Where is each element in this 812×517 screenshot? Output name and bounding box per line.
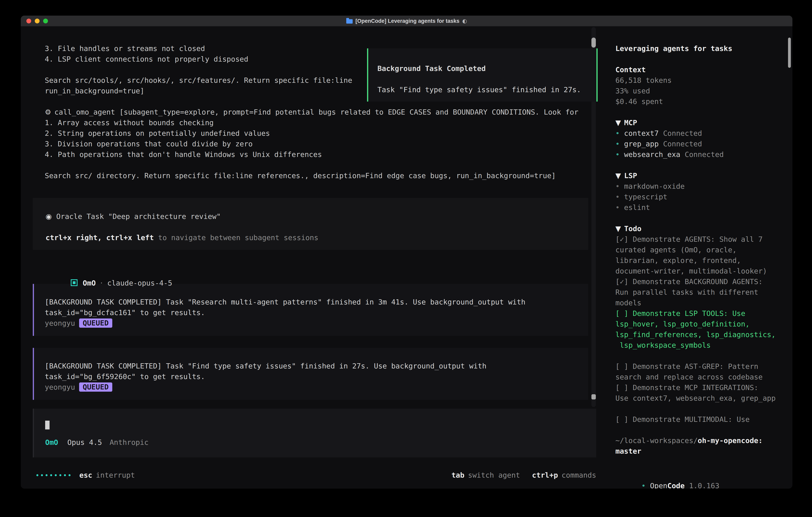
gear-icon: ⚙: [45, 108, 51, 116]
close-button[interactable]: [26, 19, 31, 23]
activity-dot: [68, 474, 70, 476]
input-agent-label: OmO: [45, 438, 58, 446]
todo-line-pending: [ ] Demonstrate MULTIMODAL: Use: [615, 414, 780, 425]
sidebar-scrollbar-thumb[interactable]: [788, 37, 791, 68]
todo-line-active: [ ] Demonstrate LSP TOOLS: Use: [615, 308, 780, 319]
blank-line: [46, 222, 588, 232]
todo-line-done: document-writer, multimodal-looker): [615, 266, 780, 276]
session-title: Leveraging agents for tasks: [615, 43, 780, 54]
todo-line-active: lsp_workspace_symbols: [615, 340, 780, 351]
tab-key-hint: tab: [452, 470, 464, 481]
workspace-path: ~/local-workspaces/oh-my-opencode:: [615, 435, 780, 446]
lsp-name: markdown-oxide: [624, 182, 685, 190]
mcp-status: Connected: [685, 151, 724, 159]
input-provider-label: Anthropic: [110, 438, 148, 446]
collapse-triangle-icon: ▼: [615, 224, 621, 233]
version-footer: •OpenCode1.0.163: [615, 470, 719, 481]
task-message: [BACKGROUND TASK COMPLETED] Task "Find t…: [33, 348, 588, 400]
todo-line-done: [✓] Demonstrate AGENTS: Show all 7: [615, 234, 780, 245]
oracle-task-title-row: ◉Oracle Task "Deep architecture review": [46, 211, 588, 222]
agent-icon: [71, 279, 78, 286]
lsp-heading: LSP: [624, 171, 637, 180]
blank-line: [615, 351, 780, 361]
hint-text: to navigate between subagent sessions: [154, 234, 318, 242]
todo-line-done: models: [615, 298, 780, 308]
lsp-item: •markdown-oxide: [615, 181, 780, 192]
scrollbar-thumb[interactable]: [591, 37, 596, 48]
todo-section-header[interactable]: ▼Todo: [615, 223, 780, 234]
bullet-icon: •: [615, 193, 619, 201]
author-label: yeongyu: [45, 383, 75, 391]
oracle-task-panel: ◉Oracle Task "Deep architecture review" …: [33, 198, 588, 250]
lsp-section-header[interactable]: ▼LSP: [615, 170, 780, 181]
collapse-triangle-icon: ▼: [615, 118, 621, 127]
blank-line: [615, 107, 780, 117]
model-row: OmOOpus 4.5Anthropic: [45, 437, 596, 447]
author-label: yeongyu: [45, 319, 75, 327]
activity-dot: [50, 474, 52, 476]
input-line[interactable]: [45, 420, 596, 430]
window-title: [OpenCode] Leveraging agents for tasks ◐: [346, 16, 467, 26]
lsp-name: eslint: [624, 203, 650, 212]
terminal-line: Search src/ directory. Return specific f…: [45, 170, 594, 181]
message-line: task_id="bg_6f59260c" to get results.: [45, 371, 588, 382]
navigation-hint: ctrl+x right, ctrl+x left to navigate be…: [46, 232, 588, 243]
prompt-input[interactable]: OmOOpus 4.5Anthropic: [33, 409, 596, 457]
bullet-icon: •: [641, 482, 645, 489]
activity-dots: [36, 474, 70, 476]
task-message: [BACKGROUND TASK COMPLETED] Task "Resear…: [33, 284, 588, 336]
bullet-icon: •: [615, 129, 619, 137]
tool-call-text: call_omo_agent [subagent_type=explore, p…: [54, 108, 578, 116]
workspace-prefix: ~/local-workspaces/: [615, 436, 698, 445]
context-tokens: 66,518 tokens: [615, 75, 780, 86]
oracle-icon: ◉: [46, 212, 52, 220]
background-task-toast[interactable]: Background Task Completed Task "Find typ…: [367, 48, 598, 102]
terminal-line: 3. Division operations that could divide…: [45, 139, 594, 149]
message-meta: yeongyuQUEUED: [45, 318, 588, 328]
app-name-code: Code: [667, 482, 685, 489]
zoom-button[interactable]: [43, 19, 48, 23]
input-model-label: Opus 4.5: [67, 438, 102, 446]
lsp-item: •eslint: [615, 202, 780, 213]
queued-badge: QUEUED: [79, 319, 112, 328]
message-meta: yeongyuQUEUED: [45, 382, 588, 392]
mcp-name: websearch_exa: [624, 151, 680, 159]
commands-key-hint: ctrl+p: [532, 470, 558, 481]
bullet-icon: •: [615, 140, 619, 148]
workspace-branch: master: [615, 446, 780, 456]
collapse-triangle-icon: ▼: [615, 171, 621, 180]
agent-name: OmO: [83, 279, 96, 287]
mcp-status: Connected: [663, 140, 702, 148]
commands-key-label: commands: [562, 470, 596, 481]
folder-icon: [346, 19, 353, 24]
activity-dot: [41, 474, 43, 476]
todo-line-done: librarian, explore, frontend,: [615, 255, 780, 266]
mcp-name: context7: [624, 129, 659, 137]
blank-line: [615, 160, 780, 170]
terminal-line: 1. Array access without bounds checking: [45, 117, 594, 128]
activity-dot: [64, 474, 66, 476]
esc-key-label: interrupt: [96, 470, 135, 481]
mcp-heading: MCP: [624, 118, 637, 127]
context-heading: Context: [615, 64, 780, 75]
app-version: 1.0.163: [689, 482, 720, 489]
bullet-icon: •: [615, 151, 619, 159]
blank-line: [615, 425, 780, 435]
context-used: 33% used: [615, 86, 780, 96]
mcp-section-header[interactable]: ▼MCP: [615, 117, 780, 128]
mcp-item: •websearch_exaConnected: [615, 149, 780, 160]
terminal-window: [OpenCode] Leveraging agents for tasks ◐…: [21, 16, 792, 489]
blank-line: [615, 404, 780, 414]
agent-model: claude-opus-4-5: [107, 279, 172, 287]
activity-dot: [59, 474, 61, 476]
mcp-item: •grep_appConnected: [615, 139, 780, 149]
titlebar[interactable]: [OpenCode] Leveraging agents for tasks ◐: [21, 16, 792, 26]
scrollbar-thumb[interactable]: [591, 394, 596, 400]
todo-line-active: lsp_hover, lsp_goto_definition,: [615, 319, 780, 329]
lsp-item: •typescript: [615, 192, 780, 202]
todo-line-pending: Use context7, websearch_exa, grep_app: [615, 393, 780, 404]
esc-key-hint: esc: [79, 470, 92, 481]
minimize-button[interactable]: [35, 19, 39, 23]
context-spent: $0.46 spent: [615, 96, 780, 107]
status-right: tab switch agent ctrl+p commands: [452, 470, 596, 481]
